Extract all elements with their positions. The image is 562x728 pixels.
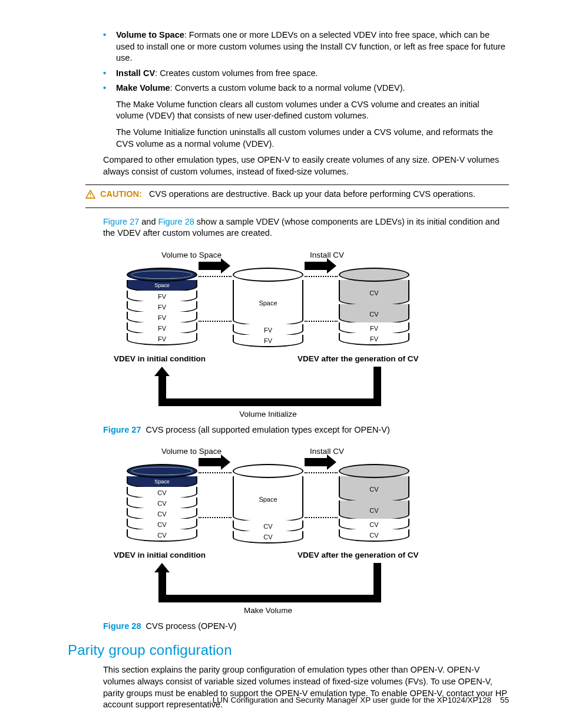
dotted-line <box>199 321 232 322</box>
page-footer: LUN Configuration and Security Manager X… <box>213 695 509 706</box>
label-vdev-initial: VDEV in initial condition <box>114 550 206 561</box>
slab: CV <box>339 476 409 502</box>
list-item: Make Volume: Converts a custom volume ba… <box>103 83 509 94</box>
footer-title: LUN Configuration and Security Manager X… <box>213 696 491 704</box>
slab: FV <box>339 333 409 345</box>
svg-rect-1 <box>90 196 91 197</box>
dotted-line <box>199 517 232 518</box>
connector <box>158 398 381 406</box>
connector <box>158 595 381 602</box>
dotted-line <box>199 276 232 277</box>
cylinder-left: Space FV FV FV FV FV <box>127 268 197 345</box>
arrow-icon <box>199 262 222 270</box>
caution-label: CAUTION: <box>100 189 142 199</box>
figure-27-caption: Figure 27 CVS process (all supported emu… <box>103 424 509 436</box>
svg-rect-0 <box>90 193 91 195</box>
figure-number: Figure 27 <box>103 425 141 434</box>
connector <box>373 367 381 406</box>
dotted-line <box>305 517 338 518</box>
caution-block: CAUTION: CVS operations are destructive.… <box>85 189 509 200</box>
label-vdev-after: VDEV after the generation of CV <box>297 550 419 561</box>
term: Install CV <box>116 68 155 78</box>
label-make-volume: Make Volume <box>233 605 303 616</box>
desc: : Converts a custom volume back to a nor… <box>170 83 405 93</box>
cylinder-left: Space CV CV CV CV CV <box>127 464 197 542</box>
divider <box>85 185 509 185</box>
figure-number: Figure 28 <box>103 621 141 631</box>
slab: CV <box>339 304 409 324</box>
compared-paragraph: Compared to other emulation types, use O… <box>103 154 509 177</box>
slab: CV <box>339 280 409 306</box>
connector <box>373 563 381 602</box>
figure-caption-text: CVS process (OPEN-V) <box>146 621 237 631</box>
dotted-line <box>199 472 232 473</box>
list-item: Volume to Space: Formats one or more LDE… <box>103 29 509 64</box>
figure-link-27[interactable]: Figure 27 <box>103 217 139 226</box>
slab-space: Space <box>233 280 303 326</box>
label-vdev-after: VDEV after the generation of CV <box>297 354 419 364</box>
slab: CV <box>233 531 303 543</box>
cylinder-middle: Space CV CV <box>233 464 303 543</box>
figure-28-diagram: Volume to Space Install CV Space CV CV C… <box>103 446 509 618</box>
figure-reference-paragraph: Figure 27 and Figure 28 show a sample VD… <box>103 216 509 239</box>
dotted-line <box>305 472 338 473</box>
make-volume-note-1: The Make Volume function clears all cust… <box>116 99 509 122</box>
term: Volume to Space <box>116 30 184 39</box>
label-vdev-initial: VDEV in initial condition <box>114 354 206 364</box>
caution-text: CVS operations are destructive. Back up … <box>149 189 475 199</box>
connector <box>158 375 166 398</box>
connector <box>158 571 166 595</box>
figure-28-caption: Figure 28 CVS process (OPEN-V) <box>103 621 509 633</box>
figure-link-28[interactable]: Figure 28 <box>158 217 194 226</box>
arrow-icon <box>305 262 328 270</box>
label-volume-to-space: Volume to Space <box>156 446 227 457</box>
slab: CV <box>339 529 409 542</box>
label-volume-to-space: Volume to Space <box>156 250 227 261</box>
feature-list: Volume to Space: Formats one or more LDE… <box>103 29 509 94</box>
term: Make Volume <box>116 83 170 93</box>
slab: FV <box>127 333 197 345</box>
cylinder-right: CV CV CV CV <box>339 464 409 542</box>
list-item: Install CV: Creates custom volumes from … <box>103 68 509 80</box>
slab: CV <box>127 529 197 542</box>
desc: : Creates custom volumes from free space… <box>155 68 318 78</box>
cylinder-middle: Space FV FV <box>233 268 303 347</box>
slab: CV <box>339 500 409 521</box>
caution-text-wrap: CAUTION: CVS operations are destructive.… <box>100 189 475 200</box>
figure-caption-text: CVS process (all supported emulation typ… <box>146 425 390 434</box>
arrow-icon <box>305 458 328 466</box>
slab: FV <box>233 335 303 347</box>
dotted-line <box>305 276 338 277</box>
figure-27-diagram: Volume to Space Install CV Space FV FV F… <box>103 250 509 422</box>
section-heading: Parity group configuration <box>68 641 509 660</box>
divider <box>85 207 509 208</box>
dotted-line <box>305 321 338 322</box>
cylinder-right: CV CV FV FV <box>339 268 409 345</box>
caution-triangle-icon <box>85 190 95 199</box>
make-volume-note-2: The Volume Initialize function uninstall… <box>116 127 509 150</box>
arrow-icon <box>199 458 222 466</box>
slab-space: Space <box>233 476 303 522</box>
label-volume-initialize: Volume Initialize <box>233 409 303 420</box>
footer-page-number: 55 <box>500 696 509 704</box>
